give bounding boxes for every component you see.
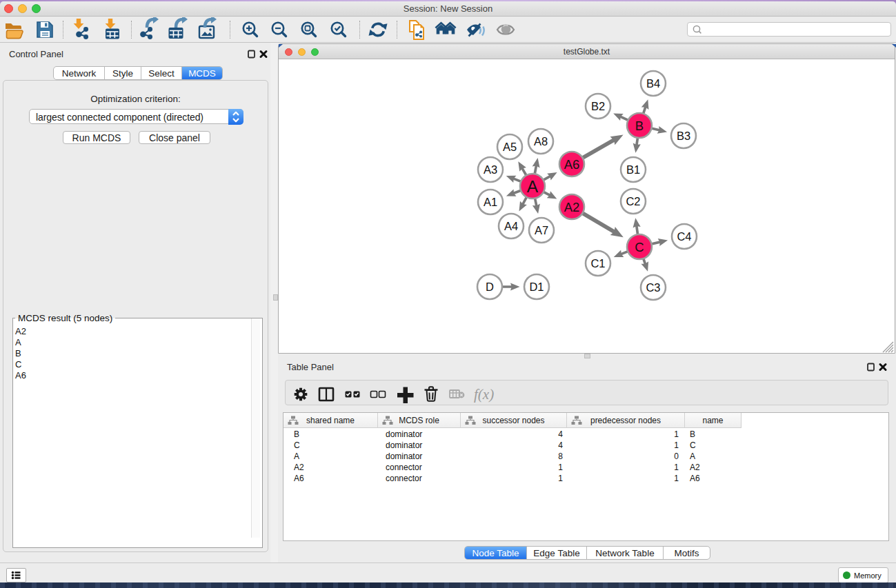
- svg-text:A1: A1: [484, 196, 497, 208]
- svg-text:A: A: [527, 177, 539, 196]
- svg-text:C3: C3: [646, 281, 660, 294]
- svg-text:A6: A6: [564, 157, 580, 172]
- svg-text:f(x): f(x): [474, 386, 494, 403]
- svg-text:B3: B3: [677, 130, 690, 142]
- svg-text:A2: A2: [564, 200, 580, 214]
- svg-text:D: D: [486, 281, 494, 293]
- svg-text:C4: C4: [677, 230, 691, 243]
- svg-text:B: B: [635, 119, 644, 133]
- svg-text:A5: A5: [503, 141, 517, 153]
- svg-text:A7: A7: [535, 224, 548, 236]
- svg-text:A3: A3: [484, 163, 497, 176]
- svg-text:B2: B2: [591, 100, 605, 112]
- svg-text:B1: B1: [626, 163, 640, 176]
- svg-text:C1: C1: [590, 257, 605, 270]
- svg-text:C2: C2: [626, 195, 640, 207]
- svg-text:A8: A8: [534, 135, 548, 148]
- svg-text:A4: A4: [504, 220, 518, 232]
- svg-text:D1: D1: [529, 281, 544, 293]
- svg-text:B4: B4: [646, 77, 660, 90]
- svg-text:C: C: [635, 240, 644, 254]
